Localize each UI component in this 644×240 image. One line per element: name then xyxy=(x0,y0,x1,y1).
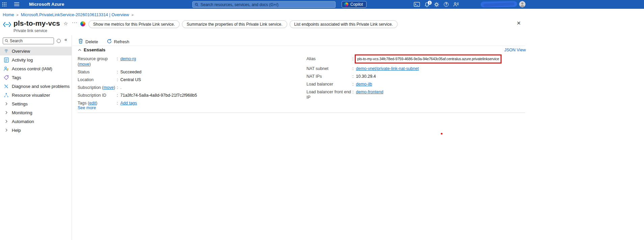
json-view-link[interactable]: JSON View xyxy=(504,48,526,52)
avatar[interactable] xyxy=(519,1,526,7)
copilot-icon xyxy=(80,21,85,26)
global-search-box[interactable] xyxy=(192,1,336,8)
breadcrumb-home[interactable]: Home xyxy=(3,13,14,17)
red-dot-marker xyxy=(441,133,442,135)
sidebar-item-label: Resource visualizer xyxy=(12,93,50,98)
sidebar-item-label: Diagnose and solve problems xyxy=(12,84,70,89)
field-subscription-id: Subscription ID : 71a3fc74-5a8a-4a8d-97b… xyxy=(78,93,304,98)
copilot-label: Copilot xyxy=(350,2,363,7)
chevron-right-icon xyxy=(4,120,9,123)
tags-icon xyxy=(4,75,9,80)
sidebar-item-label: Access control (IAM) xyxy=(12,66,52,71)
essentials-right-column: Alias : pls-to-my-vcs.34fc78ed-9759-4686… xyxy=(306,56,527,102)
favorite-star-icon[interactable]: ☆ xyxy=(63,21,68,27)
notifications-bell-icon[interactable]: 1 xyxy=(425,2,429,7)
help-icon[interactable]: ? xyxy=(444,2,449,7)
close-icon[interactable]: × xyxy=(517,20,521,26)
field-nat-ips: NAT IPs : 10.30.29.4 xyxy=(306,74,527,79)
sidebar-item-label: Automation xyxy=(12,119,34,124)
refresh-button[interactable]: Refresh xyxy=(107,39,130,45)
breadcrumb: Home > Microsoft.PrivateLinkService-2026… xyxy=(3,13,134,17)
copilot-chip-metrics[interactable]: Show me metrics for this Private Link se… xyxy=(88,20,180,28)
load-balancer-link[interactable]: demo-ilb xyxy=(356,81,372,87)
field-location: Location : Central US xyxy=(78,77,304,82)
hamburger-menu-icon[interactable] xyxy=(14,2,19,6)
see-more-link[interactable]: See more xyxy=(78,105,96,110)
essentials-header: Essentials xyxy=(78,47,105,52)
copilot-suggestions: Show me metrics for this Private Link se… xyxy=(88,20,398,28)
sidebar-group-help[interactable]: Help xyxy=(0,126,72,135)
chevron-right-icon xyxy=(4,102,9,105)
lb-frontend-link[interactable]: demo-frontend xyxy=(356,89,383,95)
page-title: pls-to-my-vcs xyxy=(14,19,60,27)
divider xyxy=(72,46,525,46)
copilot-chip-summarize[interactable]: Summarize the properties of this Private… xyxy=(182,20,287,28)
trash-icon xyxy=(78,39,83,45)
page-subtitle: Private link service xyxy=(14,28,47,33)
private-link-service-icon xyxy=(3,21,11,29)
sidebar-item-label: Help xyxy=(12,128,21,133)
sidebar-item-label: Tags xyxy=(12,75,21,80)
sidebar-item-access-control[interactable]: Access control (IAM) xyxy=(0,64,72,73)
copilot-chip-endpoints[interactable]: List endpoints associated with this Priv… xyxy=(290,20,398,28)
field-load-balancer: Load balancer : demo-ilb xyxy=(306,81,527,87)
diagnose-tools-icon xyxy=(4,84,9,89)
activity-log-icon xyxy=(4,57,9,63)
overview-icon xyxy=(4,49,9,54)
refresh-label: Refresh xyxy=(114,39,130,44)
field-nat-subnet: NAT subnet : demo-vnet/private-link-nat-… xyxy=(306,66,527,71)
location-value: Central US xyxy=(120,77,141,82)
collapse-menu-icon[interactable]: « xyxy=(64,37,67,42)
add-tags-link[interactable]: Add tags xyxy=(120,100,137,106)
divider xyxy=(78,113,525,113)
waffle-icon[interactable] xyxy=(1,2,7,7)
nat-subnet-link[interactable]: demo-vnet/private-link-nat-subnet xyxy=(356,66,419,71)
chevron-right-icon xyxy=(4,128,9,132)
breadcrumb-chevron: > xyxy=(131,13,133,17)
alias-value-highlighted: pls-to-my-vcs.34fc78ed-9759-4686-9e3a-94… xyxy=(355,54,501,64)
menu-search-box[interactable] xyxy=(3,38,54,44)
field-subscription: Subscription (move) : . xyxy=(78,85,304,90)
edit-tags-link[interactable]: edit xyxy=(89,101,96,105)
search-icon xyxy=(5,38,8,44)
copilot-icon xyxy=(344,2,348,6)
resource-menu: « Overview Activity log Access control (… xyxy=(0,35,72,240)
notification-badge: 1 xyxy=(428,1,432,5)
essentials-left-column: Resource group (move) : demo-rg Status :… xyxy=(78,56,304,108)
delete-button[interactable]: Delete xyxy=(78,39,98,45)
cloud-shell-icon[interactable] xyxy=(414,2,420,7)
global-search-input[interactable] xyxy=(200,2,333,7)
chevron-right-icon xyxy=(4,111,9,114)
move-resource-group-link[interactable]: move xyxy=(79,62,89,67)
move-subscription-link[interactable]: move xyxy=(103,85,114,90)
settings-gear-icon[interactable] xyxy=(434,2,439,7)
sidebar-item-activity-log[interactable]: Activity log xyxy=(0,55,72,64)
breadcrumb-separator: > xyxy=(16,13,18,17)
feedback-icon[interactable] xyxy=(453,2,458,7)
sidebar-item-diagnose[interactable]: Diagnose and solve problems xyxy=(0,82,72,91)
redacted-account-text xyxy=(481,1,517,7)
field-lb-frontend: Load balancer front end IP : demo-fronte… xyxy=(306,89,527,100)
refresh-icon xyxy=(107,39,112,45)
sidebar-item-tags[interactable]: Tags xyxy=(0,73,72,82)
command-bar: Delete Refresh xyxy=(78,37,129,46)
breadcrumb-current[interactable]: Microsoft.PrivateLinkService-20260106113… xyxy=(21,13,129,17)
field-resource-group: Resource group (move) : demo-rg xyxy=(78,56,304,67)
resource-group-link[interactable]: demo-rg xyxy=(120,56,136,62)
delete-label: Delete xyxy=(85,39,98,44)
brand-title[interactable]: Microsoft Azure xyxy=(29,0,64,9)
field-alias: Alias : pls-to-my-vcs.34fc78ed-9759-4686… xyxy=(306,56,527,64)
sidebar-refresh-icon[interactable] xyxy=(57,39,61,43)
essentials-title: Essentials xyxy=(84,47,105,52)
copilot-button[interactable]: Copilot xyxy=(342,1,367,8)
sidebar-group-monitoring[interactable]: Monitoring xyxy=(0,108,72,117)
sidebar-group-automation[interactable]: Automation xyxy=(0,117,72,126)
subscription-value: . xyxy=(120,85,121,90)
status-value: Succeeded xyxy=(120,69,141,75)
collapse-essentials-icon[interactable] xyxy=(78,49,81,51)
sidebar-item-resource-visualizer[interactable]: Resource visualizer xyxy=(0,91,72,99)
more-options-icon[interactable]: ··· xyxy=(72,20,78,25)
sidebar-group-settings[interactable]: Settings xyxy=(0,99,72,108)
menu-search-input[interactable] xyxy=(10,39,52,43)
sidebar-item-overview[interactable]: Overview xyxy=(0,47,72,55)
